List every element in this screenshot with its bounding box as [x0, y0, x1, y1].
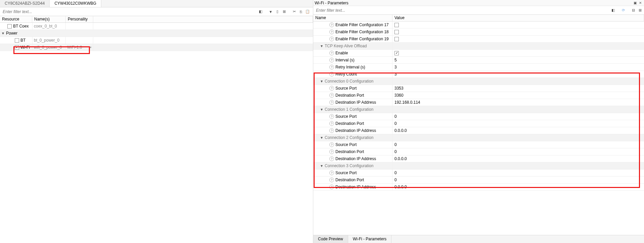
eraser-icon[interactable]: ◧ [258, 9, 263, 14]
param-row[interactable]: ?Interval (s)5 [313, 57, 644, 64]
bottom-tab[interactable]: Wi-Fi - Parameters [348, 235, 392, 243]
device-tab[interactable]: CY8C624ABZI-S2D44 [0, 0, 50, 7]
expand-all-icon[interactable]: ⊞ [637, 8, 643, 13]
help-icon[interactable]: ? [329, 114, 334, 119]
param-value-cell[interactable]: 5 [392, 57, 644, 63]
cut-icon[interactable]: ✂ [291, 9, 297, 14]
param-value-cell[interactable] [392, 29, 644, 35]
param-value-cell[interactable] [392, 134, 644, 141]
param-group[interactable]: ▾Connection 1 Configuration [313, 106, 644, 113]
param-value-cell[interactable]: 3353 [392, 85, 644, 92]
help-icon[interactable]: ? [329, 149, 334, 154]
checkbox[interactable] [394, 30, 399, 34]
checkbox[interactable] [394, 37, 399, 41]
tree-names-cell[interactable]: bt_0_power_0 [32, 37, 66, 44]
help-icon[interactable]: ? [329, 30, 334, 34]
param-value-cell[interactable] [392, 162, 644, 169]
left-filter-input[interactable] [1, 8, 257, 15]
help-icon[interactable]: ? [329, 51, 334, 55]
device-tab[interactable]: CYW43012C0WKWBG [50, 0, 101, 7]
tree-personality-cell[interactable]: WiFi-1.0▾ [66, 44, 93, 51]
param-row[interactable]: ?Destination Port0 [313, 148, 644, 155]
help-icon[interactable]: ? [329, 185, 334, 189]
param-group[interactable]: ▾Connection 3 Configuration [313, 162, 644, 169]
chevron-down-icon[interactable]: ▾ [320, 135, 323, 140]
param-value-cell[interactable] [392, 36, 644, 42]
header-resource[interactable]: Resource [0, 16, 32, 22]
dropdown-arrow-icon[interactable]: ▾ [90, 46, 92, 49]
checkbox[interactable] [15, 38, 19, 43]
header-param-value[interactable]: Value [392, 15, 644, 21]
param-row[interactable]: ?Enable Filter Configuration 19 [313, 36, 644, 43]
param-row[interactable]: ?Destination IP Address0.0.0.0 [313, 127, 644, 134]
help-icon[interactable]: ? [329, 37, 334, 41]
help-icon[interactable]: ? [329, 72, 334, 77]
header-names[interactable]: Name(s) [32, 16, 66, 22]
bottom-tab[interactable]: Code Preview [313, 235, 348, 243]
checkbox[interactable] [394, 23, 399, 27]
collapse-icon[interactable]: ▯ [275, 9, 280, 14]
param-row[interactable]: ?Destination Port0 [313, 120, 644, 127]
param-value-cell[interactable]: 3 [392, 71, 644, 78]
help-icon[interactable]: ? [329, 65, 334, 69]
param-row[interactable]: ?Source Port0 [313, 169, 644, 177]
param-value-cell[interactable]: 0 [392, 177, 644, 183]
tree-item[interactable]: BT Coexcoex_0_bt_0 [0, 23, 313, 30]
help-icon[interactable]: ? [329, 58, 334, 62]
param-value-cell[interactable] [392, 21, 644, 28]
param-row[interactable]: ?Source Port0 [313, 141, 644, 148]
tree-personality-cell[interactable] [66, 23, 93, 30]
eraser-icon[interactable]: ◧ [610, 8, 616, 13]
tree-personality-cell[interactable] [66, 37, 93, 44]
param-value-cell[interactable]: 0 [392, 169, 644, 176]
tree-item[interactable]: BTbt_0_power_0 [0, 37, 313, 44]
help-icon[interactable]: ? [329, 93, 334, 98]
close-panel-icon[interactable]: ✕ [638, 1, 643, 5]
param-value-cell[interactable]: 192.168.0.114 [392, 99, 644, 106]
chevron-down-icon[interactable]: ▾ [320, 79, 323, 84]
header-personality[interactable]: Personality [66, 16, 93, 22]
paste-icon[interactable]: 📋 [305, 9, 310, 14]
param-row[interactable]: ?Source Port0 [313, 113, 644, 120]
param-row[interactable]: ?Destination Port0 [313, 177, 644, 184]
tree-names-cell[interactable]: coex_0_bt_0 [32, 23, 66, 30]
chevron-down-icon[interactable]: ▾ [320, 163, 323, 168]
param-row[interactable]: ?Destination Port3360 [313, 92, 644, 99]
param-value-cell[interactable]: 0 [392, 120, 644, 127]
param-value-cell[interactable]: 0.0.0.0 [392, 184, 644, 190]
param-row[interactable]: ?Enable Filter Configuration 17 [313, 21, 644, 29]
help-icon[interactable]: ? [329, 121, 334, 126]
param-group[interactable]: ▾Connection 2 Configuration [313, 134, 644, 141]
param-row[interactable]: ?Source Port3353 [313, 85, 644, 92]
checkbox[interactable] [7, 24, 12, 29]
param-value-cell[interactable]: ✓ [392, 50, 644, 56]
param-row[interactable]: ?Enable✓ [313, 50, 644, 57]
help-icon[interactable]: ? [329, 142, 334, 147]
expand-icon[interactable]: ⊞ [281, 9, 287, 14]
param-value-cell[interactable] [392, 106, 644, 113]
param-value-cell[interactable]: 3360 [392, 92, 644, 99]
param-value-cell[interactable] [392, 43, 644, 49]
param-value-cell[interactable]: 0.0.0.0 [392, 127, 644, 134]
help-icon[interactable]: ? [329, 100, 334, 105]
param-value-cell[interactable]: 0 [392, 113, 644, 120]
param-group[interactable]: ▾Connection 0 Configuration [313, 78, 644, 85]
help-icon[interactable]: ? [329, 128, 334, 133]
filter-icon[interactable]: ▼ [268, 9, 273, 14]
param-row[interactable]: ?Retry Count3 [313, 71, 644, 78]
param-row[interactable]: ?Enable Filter Configuration 18 [313, 29, 644, 36]
param-row[interactable]: ?Retry Interval (s)3 [313, 64, 644, 71]
tree-group[interactable]: ▾Power [0, 30, 313, 37]
param-value-cell[interactable] [392, 78, 644, 85]
param-value-cell[interactable]: 0.0.0.0 [392, 155, 644, 162]
tree-names-cell[interactable]: wifi_0_power_0 [32, 44, 66, 51]
param-row[interactable]: ?Destination IP Address0.0.0.0 [313, 184, 644, 191]
help-icon[interactable]: ? [329, 86, 334, 91]
refresh-icon[interactable]: ⟳ [621, 8, 626, 13]
param-row[interactable]: ?Destination IP Address0.0.0.0 [313, 155, 644, 162]
collapse-all-icon[interactable]: ⊟ [631, 8, 636, 13]
param-value-cell[interactable]: 0 [392, 141, 644, 148]
copy-icon[interactable]: ⎘ [298, 9, 304, 14]
help-icon[interactable]: ? [329, 22, 334, 27]
param-group[interactable]: ▾TCP Keep Alive Offload [313, 43, 644, 50]
